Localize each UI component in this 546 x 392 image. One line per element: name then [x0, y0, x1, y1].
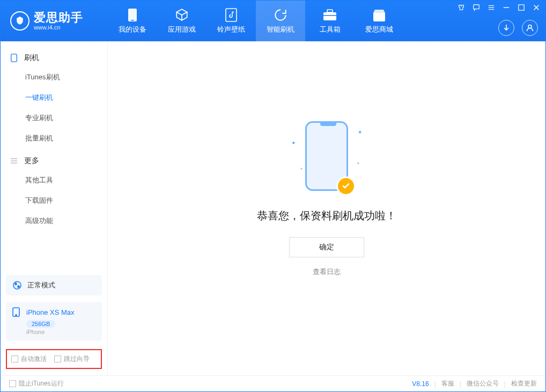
flash-options-highlighted: 自动激活 跳过向导 — [6, 349, 102, 369]
sidebar-item-pro-flash[interactable]: 专业刷机 — [1, 108, 107, 128]
maximize-icon[interactable] — [518, 4, 525, 11]
tab-apps-games[interactable]: 应用游戏 — [157, 1, 206, 41]
tab-label: 应用游戏 — [168, 25, 196, 34]
checkbox-label: 跳过向导 — [64, 354, 90, 364]
sparkle-icon: ✦ — [358, 129, 362, 135]
hamburger-icon — [10, 157, 19, 165]
view-log-link[interactable]: 查看日志 — [313, 267, 341, 277]
check-badge-icon — [336, 176, 356, 196]
svg-point-19 — [13, 282, 21, 289]
svg-rect-3 — [323, 12, 336, 20]
svg-point-20 — [15, 283, 17, 285]
tab-store[interactable]: 爱思商城 — [355, 1, 404, 41]
checkbox-icon — [54, 356, 61, 363]
main-content: ✦ ✦ ✦ ✦ 恭喜您，保资料刷机成功啦！ 确定 查看日志 — [108, 41, 545, 375]
tab-smart-flash[interactable]: 智能刷机 — [256, 1, 305, 41]
device-name: iPhone XS Max — [26, 308, 75, 316]
logo-area: 爱思助手 www.i4.cn — [1, 11, 108, 31]
music-file-icon — [225, 8, 237, 23]
sidebar-item-download-firmware[interactable]: 下载固件 — [1, 190, 107, 211]
sidebar-header-label: 更多 — [24, 156, 39, 166]
mode-icon — [12, 280, 22, 290]
header-actions — [498, 20, 538, 36]
phone-icon — [10, 54, 19, 62]
svg-point-21 — [18, 286, 19, 287]
svg-point-23 — [16, 315, 17, 316]
svg-rect-5 — [323, 15, 336, 16]
sidebar-more-section: 更多 其他工具 下载固件 高级功能 — [1, 152, 107, 234]
mode-card[interactable]: 正常模式 — [6, 275, 102, 295]
sidebar-flash-section: 刷机 iTunes刷机 一键刷机 专业刷机 批量刷机 — [1, 49, 107, 152]
nav-tabs: 我的设备 应用游戏 铃声壁纸 智能刷机 — [108, 1, 404, 41]
checkbox-label: 自动激活 — [21, 354, 47, 364]
window-controls — [458, 4, 540, 11]
sparkle-icon: ✦ — [357, 161, 360, 166]
svg-rect-0 — [128, 9, 137, 21]
success-illustration: ✦ ✦ ✦ ✦ — [284, 119, 370, 199]
user-button[interactable] — [522, 20, 538, 36]
feedback-icon[interactable] — [473, 4, 480, 11]
footer-link-support[interactable]: 客服 — [441, 379, 454, 388]
result-area: ✦ ✦ ✦ ✦ 恭喜您，保资料刷机成功啦！ 确定 查看日志 — [257, 119, 396, 277]
tab-label: 铃声壁纸 — [217, 25, 245, 34]
svg-rect-2 — [226, 9, 237, 21]
svg-rect-4 — [327, 10, 333, 12]
checkbox-label: 阻止iTunes运行 — [19, 379, 64, 388]
checkbox-skip-guide[interactable]: 跳过向导 — [54, 354, 90, 364]
svg-point-14 — [528, 25, 532, 28]
mode-label: 正常模式 — [27, 280, 55, 290]
tab-label: 工具箱 — [320, 25, 341, 34]
device-phone-icon — [12, 307, 22, 317]
sparkle-icon: ✦ — [300, 167, 303, 171]
app-title: 爱思助手 — [34, 11, 83, 24]
ok-button[interactable]: 确定 — [289, 237, 364, 257]
tab-my-device[interactable]: 我的设备 — [108, 1, 157, 41]
tab-label: 爱思商城 — [365, 25, 393, 34]
checkbox-auto-activate[interactable]: 自动激活 — [11, 354, 47, 364]
skin-icon[interactable] — [458, 4, 465, 11]
success-message: 恭喜您，保资料刷机成功啦！ — [257, 209, 396, 223]
checkbox-icon — [9, 380, 16, 387]
device-card[interactable]: iPhone XS Max 256GB iPhone — [6, 302, 102, 341]
checkbox-icon — [11, 356, 18, 363]
tab-label: 智能刷机 — [267, 25, 294, 34]
device-storage-badge: 256GB — [26, 320, 55, 328]
sidebar-item-advanced[interactable]: 高级功能 — [1, 211, 107, 231]
app-subtitle: www.i4.cn — [34, 24, 83, 31]
app-window: 爱思助手 www.i4.cn 我的设备 应用游戏 铃声壁 — [0, 0, 546, 392]
version-label: V8.16 — [412, 380, 429, 388]
cube-icon — [175, 8, 189, 23]
svg-rect-11 — [519, 5, 525, 11]
menu-icon[interactable] — [488, 4, 495, 11]
footer-link-update[interactable]: 检查更新 — [511, 379, 537, 388]
close-icon[interactable] — [533, 4, 540, 11]
tab-label: 我的设备 — [119, 25, 146, 34]
svg-rect-15 — [11, 54, 17, 62]
sidebar-item-itunes-flash[interactable]: iTunes刷机 — [1, 67, 107, 87]
sidebar-item-batch-flash[interactable]: 批量刷机 — [1, 128, 107, 149]
device-type: iPhone — [26, 329, 95, 335]
sidebar-item-other-tools[interactable]: 其他工具 — [1, 170, 107, 190]
download-button[interactable] — [498, 20, 514, 36]
store-icon — [372, 8, 386, 23]
footer: 阻止iTunes运行 V8.16 | 客服 | 微信公众号 | 检查更新 — [1, 375, 545, 391]
sidebar-item-oneclick-flash[interactable]: 一键刷机 — [1, 87, 107, 108]
app-logo-icon — [10, 11, 29, 31]
svg-rect-1 — [131, 20, 134, 21]
footer-right: V8.16 | 客服 | 微信公众号 | 检查更新 — [412, 379, 537, 388]
tab-ringtone-wallpaper[interactable]: 铃声壁纸 — [206, 1, 256, 41]
body: 刷机 iTunes刷机 一键刷机 专业刷机 批量刷机 更多 其他工具 下载固件 … — [1, 41, 545, 375]
toolbox-icon — [323, 8, 337, 23]
footer-left: 阻止iTunes运行 — [9, 379, 64, 388]
header: 爱思助手 www.i4.cn 我的设备 应用游戏 铃声壁 — [1, 1, 545, 41]
device-icon — [128, 8, 137, 23]
sidebar-flash-header: 刷机 — [1, 49, 107, 67]
checkbox-block-itunes[interactable]: 阻止iTunes运行 — [9, 379, 64, 388]
sidebar-more-header: 更多 — [1, 152, 107, 170]
svg-rect-6 — [474, 5, 479, 9]
footer-link-wechat[interactable]: 微信公众号 — [467, 379, 499, 388]
sidebar-header-label: 刷机 — [24, 53, 39, 63]
tab-toolbox[interactable]: 工具箱 — [305, 1, 355, 41]
minimize-icon[interactable] — [503, 4, 510, 11]
sparkle-icon: ✦ — [291, 140, 296, 146]
